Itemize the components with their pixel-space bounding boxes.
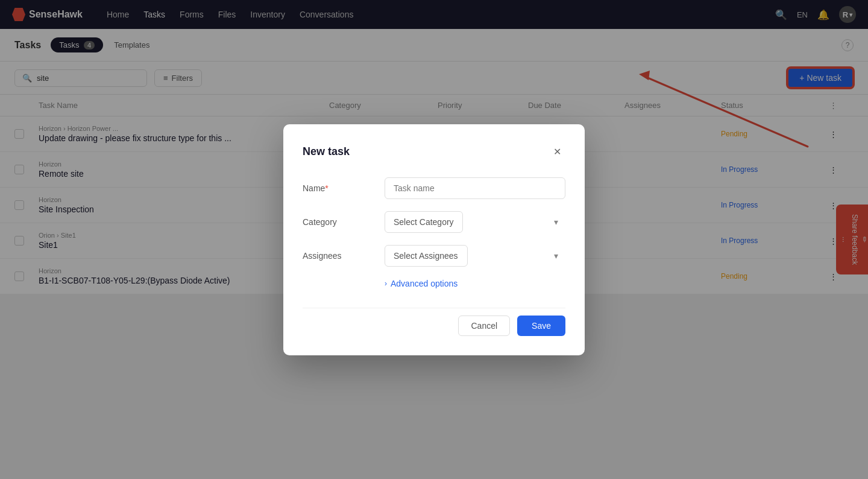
category-label: Category — [303, 211, 375, 227]
modal-overlay[interactable]: New task ✕ Name* Category Select Categor… — [0, 0, 868, 294]
assignees-select-wrapper: Select Assignees — [385, 245, 565, 267]
new-task-modal: New task ✕ Name* Category Select Categor… — [283, 124, 585, 295]
required-indicator: * — [325, 183, 328, 193]
modal-close-button[interactable]: ✕ — [549, 144, 565, 160]
category-select[interactable]: Select Category — [385, 211, 463, 233]
modal-title: New task — [303, 145, 350, 158]
category-select-wrapper: Select Category — [385, 211, 565, 233]
name-label: Name* — [303, 177, 375, 193]
assignees-field-row: Assignees Select Assignees — [303, 245, 565, 267]
advanced-options-toggle[interactable]: › Advanced options — [385, 279, 565, 288]
category-field-row: Category Select Category — [303, 211, 565, 233]
task-name-input[interactable] — [385, 177, 565, 199]
assignees-label: Assignees — [303, 245, 375, 261]
assignees-select[interactable]: Select Assignees — [385, 245, 468, 267]
modal-header: New task ✕ — [303, 144, 565, 160]
chevron-right-icon: › — [385, 279, 387, 288]
name-field-row: Name* — [303, 177, 565, 199]
